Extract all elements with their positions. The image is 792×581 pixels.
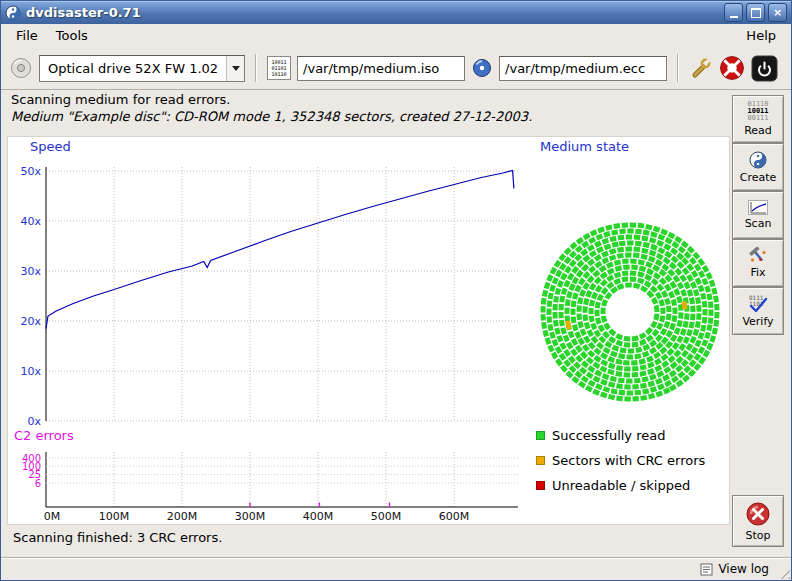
minimize-button[interactable]: [724, 3, 743, 22]
legend-swatch: [536, 456, 545, 465]
quit-power-button[interactable]: [751, 55, 778, 82]
svg-text:500M: 500M: [371, 510, 402, 523]
ecc-file-input[interactable]: [499, 56, 667, 81]
read-icon: 01110 10011 00111: [747, 101, 768, 122]
app-icon: [5, 5, 21, 21]
create-button[interactable]: Create: [732, 143, 784, 191]
scan-label: Scan: [745, 217, 772, 230]
svg-text:100M: 100M: [99, 510, 130, 523]
svg-text:0x: 0x: [27, 415, 41, 428]
toolbar-separator: [677, 54, 679, 82]
iso-image-icon[interactable]: 10011 01101 10110: [267, 56, 291, 80]
ecc-file-icon[interactable]: [471, 57, 493, 79]
binary-row: 00111: [747, 115, 768, 122]
dvdisaster-logo-button[interactable]: [719, 55, 745, 81]
menu-help[interactable]: Help: [737, 26, 785, 45]
read-button[interactable]: 01110 10011 00111 Read: [732, 95, 784, 143]
toolbar-separator: [255, 54, 257, 82]
scan-result-text: Scanning finished: 3 CRC errors.: [13, 530, 222, 545]
drive-selector[interactable]: Optical drive 52X FW 1.02: [39, 55, 245, 82]
verify-icon: 0111 1101: [746, 295, 770, 313]
maximize-button[interactable]: [746, 3, 765, 22]
iso-icon-row: 10110: [272, 71, 287, 77]
menu-file[interactable]: File: [7, 26, 47, 45]
scan-chart-icon: [748, 200, 768, 215]
scan-visualization: 0M100M200M300M400M500M600M0x10x20x30x40x…: [7, 136, 730, 525]
toolbar: Optical drive 52X FW 1.02 10011 01101 10…: [1, 47, 791, 90]
verify-button[interactable]: 0111 1101 Verify: [732, 287, 784, 335]
status-line-1: Scanning medium for read errors.: [11, 91, 721, 108]
svg-text:400M: 400M: [303, 510, 334, 523]
close-button[interactable]: ×: [768, 3, 787, 22]
svg-text:10x: 10x: [20, 365, 41, 378]
resize-grip[interactable]: [776, 565, 790, 579]
menubar: File Tools Help: [1, 24, 791, 48]
window-title: dvdisaster-0.71: [26, 5, 141, 20]
log-icon: [700, 563, 713, 576]
speed-caption: Speed: [30, 139, 71, 154]
statusbar: View log: [1, 557, 791, 580]
status-area: Scanning medium for read errors. Medium …: [11, 91, 721, 125]
maximize-icon: [751, 8, 761, 18]
chevron-down-icon: [226, 56, 244, 81]
scan-button[interactable]: Scan: [732, 191, 784, 239]
medium-state-caption: Medium state: [540, 139, 629, 154]
status-line-2: Medium "Example disc": CD-ROM mode 1, 35…: [11, 108, 721, 125]
svg-text:0M: 0M: [44, 510, 61, 523]
preferences-wrench-icon[interactable]: [689, 56, 713, 80]
svg-text:20x: 20x: [20, 315, 41, 328]
stop-icon: [745, 501, 771, 527]
legend-label: Successfully read: [552, 428, 665, 443]
legend-swatch: [536, 431, 545, 440]
svg-text:6: 6: [35, 478, 41, 489]
drive-selector-value: Optical drive 52X FW 1.02: [40, 61, 226, 76]
legend-item-unreadable: Unreadable / skipped: [536, 477, 690, 493]
legend-item-crc: Sectors with CRC errors: [536, 452, 705, 468]
legend-swatch: [536, 481, 545, 490]
stop-button[interactable]: Stop: [732, 495, 784, 547]
menu-tools[interactable]: Tools: [47, 26, 97, 45]
create-label: Create: [740, 171, 777, 184]
titlebar[interactable]: dvdisaster-0.71 ×: [1, 1, 791, 24]
svg-text:200M: 200M: [167, 510, 198, 523]
legend-item-success: Successfully read: [536, 427, 665, 443]
svg-text:50x: 50x: [20, 165, 41, 178]
svg-text:300M: 300M: [235, 510, 266, 523]
minimize-icon: [730, 16, 738, 18]
create-yinyang-icon: [749, 151, 767, 169]
fix-button[interactable]: Fix: [732, 239, 784, 287]
app-window: dvdisaster-0.71 × File Tools Help Optica…: [0, 0, 792, 581]
fix-tools-icon: [748, 247, 768, 264]
svg-text:30x: 30x: [20, 265, 41, 278]
svg-text:40x: 40x: [20, 215, 41, 228]
view-log-button[interactable]: View log: [696, 561, 773, 577]
verify-label: Verify: [742, 315, 773, 328]
drive-icon: [9, 56, 33, 80]
legend-label: Sectors with CRC errors: [552, 453, 705, 468]
view-log-label: View log: [718, 562, 769, 576]
svg-text:600M: 600M: [439, 510, 470, 523]
stop-label: Stop: [745, 529, 770, 542]
checkmark-icon: [746, 295, 770, 313]
c2-errors-caption: C2 errors: [14, 428, 74, 443]
legend-label: Unreadable / skipped: [552, 478, 690, 493]
fix-label: Fix: [750, 266, 765, 279]
iso-file-input[interactable]: [297, 56, 465, 81]
read-label: Read: [744, 124, 772, 137]
close-icon: ×: [773, 7, 782, 18]
